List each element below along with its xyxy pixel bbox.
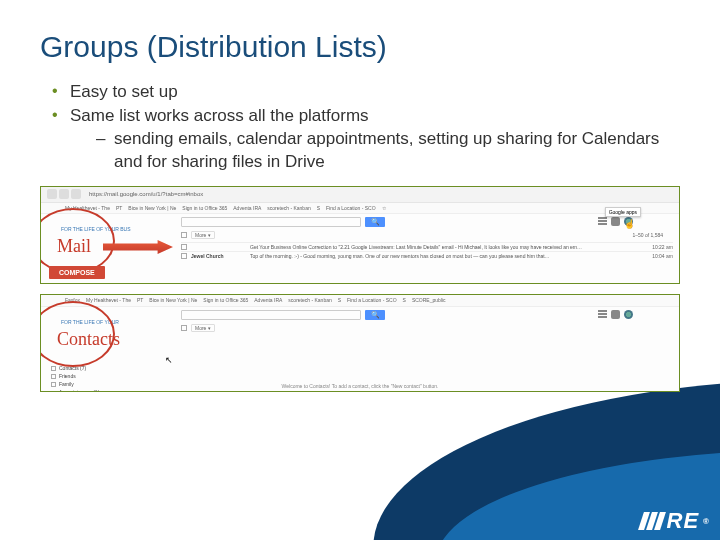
row-checkbox[interactable] bbox=[181, 244, 187, 250]
contacts-toolbar: More ▾ bbox=[181, 324, 673, 332]
mail-toolbar: More ▾ 1–50 of 1,584 bbox=[181, 231, 673, 239]
row-checkbox[interactable] bbox=[181, 253, 187, 259]
welcome-text: Welcome to Contacts! To add a contact, c… bbox=[282, 383, 439, 389]
group-item[interactable]: Friends bbox=[51, 372, 99, 380]
bullet-list: Easy to set up Same list works across al… bbox=[40, 82, 680, 174]
apps-icon[interactable] bbox=[598, 310, 607, 319]
apps-tooltip: Google apps bbox=[605, 207, 641, 217]
contact-groups-list: Contacts (7) Friends Family Acquaintance… bbox=[47, 364, 99, 392]
back-icon bbox=[47, 189, 57, 199]
bell-icon[interactable] bbox=[611, 217, 620, 226]
search-button[interactable]: 🔍 bbox=[365, 217, 385, 227]
select-all-checkbox[interactable] bbox=[181, 232, 187, 238]
cursor-hand-icon: ☝ bbox=[624, 219, 635, 229]
brand-text: RE bbox=[667, 508, 700, 534]
bullet-2-text: Same list works across all the platforms bbox=[70, 106, 369, 125]
search-input[interactable] bbox=[181, 310, 361, 320]
app-label-mail: Mail bbox=[57, 236, 91, 257]
bullet-1: Easy to set up bbox=[48, 82, 680, 102]
brand-stripes-icon bbox=[641, 512, 663, 530]
search-button[interactable]: 🔍 bbox=[365, 310, 385, 320]
url-text: https://mail.google.com/u/1/?tab=cm#inbo… bbox=[89, 191, 203, 197]
mail-row[interactable]: Jewel Church Top of the morning. :-) - G… bbox=[181, 251, 673, 260]
bookmarks-bar: My Healthevet - The PT Bice in New York … bbox=[41, 203, 679, 214]
pagination-count: 1–50 of 1,584 bbox=[632, 232, 673, 238]
brand-logo: RE® bbox=[641, 508, 710, 534]
avatar[interactable] bbox=[624, 310, 633, 319]
slide-title: Groups (Distribution Lists) bbox=[40, 30, 680, 64]
sub-bullet-1: sending emails, calendar appointments, s… bbox=[92, 128, 680, 174]
more-dropdown[interactable]: More ▾ bbox=[191, 231, 215, 239]
select-all-checkbox[interactable] bbox=[181, 325, 187, 331]
screenshot-contacts: Faxfox My Healthevet - The PT Bice in Ne… bbox=[40, 294, 680, 392]
compose-button[interactable]: COMPOSE bbox=[49, 266, 105, 279]
mail-row[interactable]: Get Your Business Online Correction to "… bbox=[181, 242, 673, 251]
apps-icon[interactable] bbox=[598, 217, 607, 226]
reload-icon bbox=[59, 189, 69, 199]
group-item[interactable]: Acquaintances (1) bbox=[51, 388, 99, 391]
bullet-2: Same list works across all the platforms… bbox=[48, 106, 680, 174]
screenshot-mail: https://mail.google.com/u/1/?tab=cm#inbo… bbox=[40, 186, 680, 284]
cursor-arrow-icon: ↖ bbox=[165, 355, 173, 365]
group-item[interactable]: Family bbox=[51, 380, 99, 388]
bell-icon[interactable] bbox=[611, 310, 620, 319]
browser-chrome: https://mail.google.com/u/1/?tab=cm#inbo… bbox=[41, 187, 679, 203]
more-dropdown[interactable]: More ▾ bbox=[191, 324, 215, 332]
home-icon bbox=[71, 189, 81, 199]
search-input[interactable] bbox=[181, 217, 361, 227]
bookmarks-bar: Faxfox My Healthevet - The PT Bice in Ne… bbox=[41, 295, 679, 307]
app-label-contacts: Contacts bbox=[57, 329, 120, 350]
